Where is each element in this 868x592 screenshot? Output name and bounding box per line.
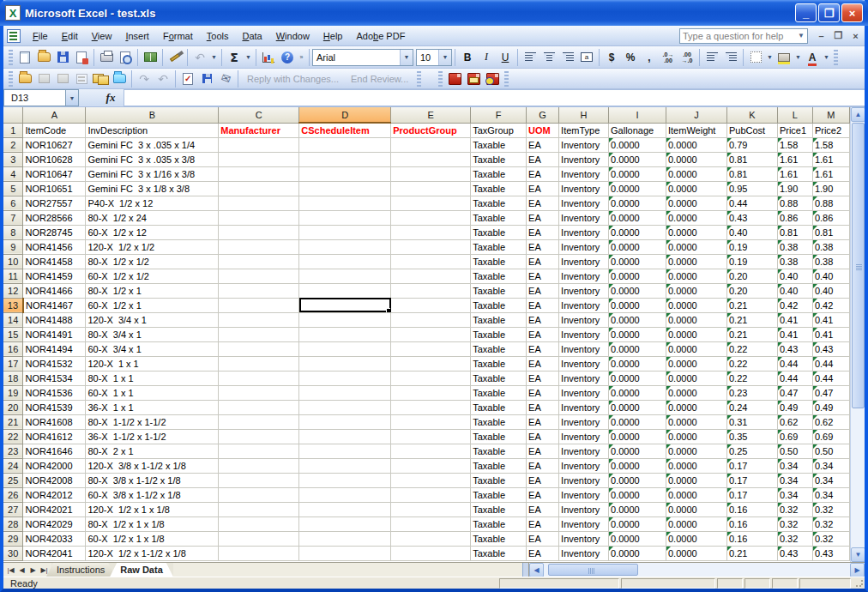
cell-G3[interactable]: EA	[527, 152, 559, 166]
cell-A8[interactable]: NOR28745	[23, 225, 86, 239]
column-header-E[interactable]: E	[391, 107, 471, 123]
cell-G27[interactable]: EA	[527, 502, 559, 516]
cell-F8[interactable]: Taxable	[471, 225, 527, 239]
cell-M22[interactable]: 0.69	[812, 429, 849, 444]
row-header-2[interactable]: 2	[3, 137, 23, 152]
cell-F12[interactable]: Taxable	[471, 283, 527, 298]
cell-B15[interactable]: 80-X 3/4 x 1	[86, 327, 219, 341]
cell-E30[interactable]	[391, 546, 471, 560]
cell-L20[interactable]: 0.49	[777, 400, 812, 414]
autosum-dropdown[interactable]: ▼	[244, 54, 253, 60]
scroll-left-icon[interactable]: ◀	[529, 563, 544, 577]
decrease-decimal-button[interactable]: .00 →.0	[678, 49, 696, 66]
print-preview-button[interactable]	[116, 49, 135, 66]
previous-change-button[interactable]: ↷	[135, 70, 154, 88]
pdf-toolbar-grip[interactable]	[438, 71, 443, 87]
cell-F13[interactable]: Taxable	[471, 298, 527, 312]
row-header-11[interactable]: 11	[3, 269, 23, 283]
cell-H18[interactable]: Inventory	[559, 371, 609, 385]
menu-view[interactable]: View	[85, 28, 119, 44]
cell-B10[interactable]: 80-X 1/2 x 1/2	[86, 254, 219, 269]
fill-color-button[interactable]	[775, 49, 793, 66]
column-header-C[interactable]: C	[219, 107, 299, 123]
cell-C17[interactable]	[219, 356, 299, 371]
cell-K24[interactable]: 0.17	[726, 458, 777, 473]
cell-E25[interactable]	[391, 473, 471, 487]
cell-A16[interactable]: NOR41494	[23, 341, 86, 356]
cell-J12[interactable]: 0.0000	[666, 283, 727, 298]
cell-L26[interactable]: 0.34	[777, 487, 812, 502]
cell-K15[interactable]: 0.21	[726, 327, 777, 341]
cell-H22[interactable]: Inventory	[559, 429, 609, 444]
currency-button[interactable]: $	[602, 49, 621, 66]
horizontal-scroll-thumb[interactable]	[548, 564, 638, 576]
cell-D18[interactable]	[299, 371, 391, 385]
cell-J29[interactable]: 0.0000	[666, 531, 727, 546]
cell-I20[interactable]: 0.0000	[609, 400, 666, 414]
cell-I29[interactable]: 0.0000	[609, 531, 666, 546]
cell-A29[interactable]: NOR42033	[23, 531, 86, 546]
cell-D15[interactable]	[299, 327, 391, 341]
cell-A27[interactable]: NOR42021	[23, 502, 86, 516]
column-header-A[interactable]: A	[23, 107, 86, 123]
cell-C15[interactable]	[219, 327, 299, 341]
menu-file[interactable]: File	[26, 28, 55, 44]
cell-G17[interactable]: EA	[527, 356, 559, 371]
sheet-tab-instructions[interactable]: Instructions	[46, 563, 115, 577]
cell-G24[interactable]: EA	[527, 458, 559, 473]
row-header-21[interactable]: 21	[3, 414, 23, 429]
cell-C28[interactable]	[219, 516, 299, 531]
cell-B23[interactable]: 80-X 2 x 1	[86, 444, 219, 458]
cell-C29[interactable]	[219, 531, 299, 546]
cell-H25[interactable]: Inventory	[559, 473, 609, 487]
cell-M4[interactable]: 1.61	[812, 166, 849, 181]
cell-L5[interactable]: 1.90	[777, 181, 812, 196]
cell-H21[interactable]: Inventory	[559, 414, 609, 429]
cell-L29[interactable]: 0.32	[777, 531, 812, 546]
toolbar-options-chevron[interactable]: »	[297, 54, 306, 60]
cell-K20[interactable]: 0.24	[726, 400, 777, 414]
cell-D23[interactable]	[299, 444, 391, 458]
cell-G5[interactable]: EA	[527, 181, 559, 196]
cell-F28[interactable]: Taxable	[471, 516, 527, 531]
row-header-19[interactable]: 19	[3, 385, 23, 400]
cell-C4[interactable]	[219, 166, 299, 181]
cell-L25[interactable]: 0.34	[777, 473, 812, 487]
cell-E16[interactable]	[391, 341, 471, 356]
research-button[interactable]	[141, 49, 160, 66]
cell-H14[interactable]: Inventory	[559, 312, 609, 327]
cell-H19[interactable]: Inventory	[559, 385, 609, 400]
cell-C26[interactable]	[219, 487, 299, 502]
font-color-button[interactable]: A	[803, 49, 822, 66]
cell-H4[interactable]: Inventory	[559, 166, 609, 181]
row-header-20[interactable]: 20	[3, 400, 23, 414]
cell-B29[interactable]: 60-X 1/2 x 1 x 1/8	[86, 531, 219, 546]
row-header-27[interactable]: 27	[3, 502, 23, 516]
column-header-M[interactable]: M	[812, 107, 849, 123]
cell-K4[interactable]: 0.81	[726, 166, 777, 181]
cell-F7[interactable]: Taxable	[471, 210, 527, 225]
cell-C11[interactable]	[219, 269, 299, 283]
cell-B5[interactable]: Gemini FC 3 x 1/8 x 3/8	[86, 181, 219, 196]
cell-J26[interactable]: 0.0000	[666, 487, 727, 502]
cell-K2[interactable]: 0.79	[726, 137, 777, 152]
cell-D6[interactable]	[299, 196, 391, 210]
vertical-scrollbar[interactable]: ▲ ▼	[850, 107, 865, 562]
cell-C9[interactable]	[219, 239, 299, 254]
cell-H30[interactable]: Inventory	[559, 546, 609, 560]
cell-E1[interactable]: ProductGroup	[391, 123, 471, 137]
cell-A23[interactable]: NOR41646	[23, 444, 86, 458]
row-header-14[interactable]: 14	[3, 312, 23, 327]
cell-H23[interactable]: Inventory	[559, 444, 609, 458]
row-header-12[interactable]: 12	[3, 283, 23, 298]
cell-F29[interactable]: Taxable	[471, 531, 527, 546]
sheet-tab-raw-data[interactable]: Raw Data	[110, 563, 173, 577]
row-header-22[interactable]: 22	[3, 429, 23, 444]
resize-grip[interactable]	[854, 578, 865, 589]
cell-G28[interactable]: EA	[527, 516, 559, 531]
open-button[interactable]	[34, 49, 53, 66]
cell-I5[interactable]: 0.0000	[609, 181, 666, 196]
cell-J10[interactable]: 0.0000	[666, 254, 727, 269]
cell-B30[interactable]: 120-X 1/2 x 1-1/2 x 1/8	[86, 546, 219, 560]
cell-A12[interactable]: NOR41466	[23, 283, 86, 298]
